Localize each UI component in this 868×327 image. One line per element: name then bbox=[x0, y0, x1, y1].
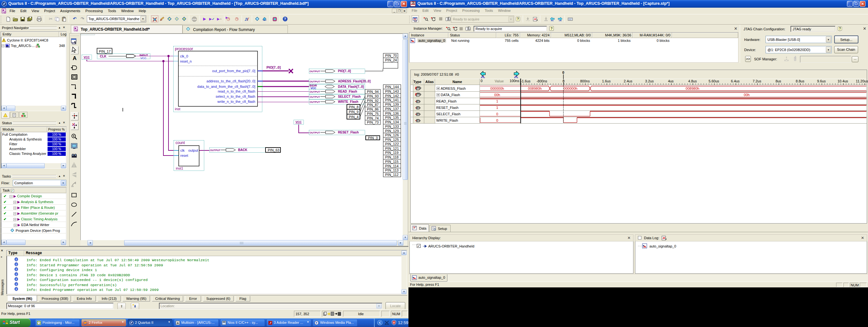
svg-text:PIN_86: PIN_86 bbox=[367, 107, 379, 111]
svg-text:PIN_137: PIN_137 bbox=[385, 107, 399, 111]
svg-text:2.4us: 2.4us bbox=[624, 79, 632, 83]
svg-text:PIN_94: PIN_94 bbox=[367, 90, 379, 94]
svg-text:00h: 00h bbox=[744, 93, 750, 97]
svg-text:PIN_8: PIN_8 bbox=[349, 105, 359, 109]
svg-text:RESET_Flash: RESET_Flash bbox=[338, 130, 359, 134]
svg-text:PIN_4: PIN_4 bbox=[349, 115, 359, 119]
svg-text:STOP: STOP bbox=[192, 19, 196, 21]
svg-text:PIN_121: PIN_121 bbox=[385, 147, 399, 150]
svg-text:inst: inst bbox=[175, 107, 180, 111]
svg-text:Type: Type bbox=[413, 80, 422, 84]
svg-text:DATA_Flash[7..0]: DATA_Flash[7..0] bbox=[338, 85, 364, 88]
svg-text:PIN_92: PIN_92 bbox=[367, 99, 379, 102]
svg-text:PIN_118: PIN_118 bbox=[385, 155, 399, 159]
svg-text:VCC: VCC bbox=[296, 120, 302, 124]
svg-text:SELECT_Flash: SELECT_Flash bbox=[338, 95, 361, 98]
svg-text:?: ? bbox=[517, 17, 519, 21]
svg-text:PIN_9: PIN_9 bbox=[349, 110, 359, 114]
svg-text:PIN_3: PIN_3 bbox=[368, 136, 378, 140]
svg-text:clk: clk bbox=[180, 148, 185, 152]
svg-text:write_n_to_the_cfi_flash: write_n_to_the_cfi_flash bbox=[217, 100, 255, 103]
svg-text:PIN_136: PIN_136 bbox=[385, 112, 399, 115]
svg-text:9.6us: 9.6us bbox=[817, 79, 826, 83]
svg-text:-1.6us: -1.6us bbox=[521, 79, 531, 83]
svg-text:8.8us: 8.8us bbox=[796, 79, 805, 83]
svg-text:SELECT_Flash: SELECT_Flash bbox=[436, 112, 461, 116]
svg-text:Value: Value bbox=[495, 79, 504, 83]
svg-text:VCC: VCC bbox=[141, 57, 147, 60]
svg-text:PIN_125: PIN_125 bbox=[385, 138, 399, 142]
svg-text:PIN_114: PIN_114 bbox=[385, 164, 399, 168]
svg-text:PIN_74: PIN_74 bbox=[367, 116, 379, 120]
svg-text:10: 10 bbox=[417, 94, 419, 96]
svg-text:log: 2009/07/07 12:51:08 #0: log: 2009/07/07 12:51:08 #0 bbox=[414, 72, 459, 76]
svg-text:inst1: inst1 bbox=[176, 167, 183, 170]
svg-text:ADRESS_Flash[20..0]: ADRESS_Flash[20..0] bbox=[338, 80, 371, 83]
svg-text:PIN_112: PIN_112 bbox=[385, 173, 399, 177]
svg-text:WRITE_Flash: WRITE_Flash bbox=[436, 118, 458, 122]
svg-text:select_n_to_the_cfi_flash: select_n_to_the_cfi_flash bbox=[216, 94, 255, 98]
svg-text:output: output bbox=[188, 148, 198, 152]
svg-text:PIN_24: PIN_24 bbox=[385, 58, 397, 62]
svg-text:PIN_142: PIN_142 bbox=[385, 94, 399, 98]
svg-text:PIN_73: PIN_73 bbox=[367, 120, 379, 124]
svg-text:PIN_119: PIN_119 bbox=[385, 151, 399, 154]
svg-text:OUTPUT: OUTPUT bbox=[310, 70, 320, 73]
svg-text:3.2us: 3.2us bbox=[645, 79, 654, 83]
svg-text:008980h: 008980h bbox=[528, 87, 542, 90]
svg-text:PIN_115: PIN_115 bbox=[385, 160, 399, 164]
svg-text:OUTPUT: OUTPUT bbox=[310, 131, 320, 134]
svg-text:V: V bbox=[393, 321, 395, 324]
svg-text:address_to_the_cfi_flash[20..0: address_to_the_cfi_flash[20..0] bbox=[207, 79, 255, 83]
svg-text:WRITE_Flash: WRITE_Flash bbox=[338, 100, 359, 103]
svg-text:800ns: 800ns bbox=[580, 79, 590, 83]
svg-text:reset: reset bbox=[180, 154, 188, 157]
svg-text:PIN_126: PIN_126 bbox=[385, 133, 399, 137]
svg-text:read_n_to_the_cfi_flash: read_n_to_the_cfi_flash bbox=[218, 89, 255, 93]
svg-text:PIN_139: PIN_139 bbox=[385, 102, 399, 106]
svg-text:0: 0 bbox=[496, 118, 498, 122]
svg-text:PIN_63: PIN_63 bbox=[268, 148, 280, 152]
svg-text:1: 1 bbox=[496, 99, 498, 103]
svg-text:ADRESS_Flash: ADRESS_Flash bbox=[441, 87, 466, 90]
svg-text:clk_0: clk_0 bbox=[180, 54, 188, 58]
svg-text:0: 0 bbox=[496, 112, 498, 116]
svg-text:4us: 4us bbox=[668, 79, 674, 83]
svg-text:PIN_113: PIN_113 bbox=[385, 168, 399, 172]
svg-text:READ_Flash: READ_Flash bbox=[338, 90, 357, 93]
svg-text:11.20us: 11.20us bbox=[856, 79, 868, 83]
svg-text:7.2us: 7.2us bbox=[753, 79, 762, 83]
svg-text:1.6us: 1.6us bbox=[602, 79, 611, 83]
svg-text:8us: 8us bbox=[775, 79, 781, 83]
svg-text:!: ! bbox=[3, 39, 4, 42]
svg-text:data_to_and_from_the_cfi_flash: data_to_and_from_the_cfi_flash[7..0] bbox=[197, 85, 255, 88]
svg-text:PIN_144: PIN_144 bbox=[385, 85, 399, 89]
svg-text:PIN_135: PIN_135 bbox=[385, 116, 399, 119]
svg-text:VCC: VCC bbox=[84, 56, 90, 59]
svg-text:OUTPUT: OUTPUT bbox=[310, 80, 320, 83]
svg-text:OUTPUT: OUTPUT bbox=[210, 149, 220, 152]
svg-text:6.4us: 6.4us bbox=[731, 79, 740, 83]
svg-text:CLK: CLK bbox=[100, 55, 106, 58]
svg-text:PIN_70: PIN_70 bbox=[385, 54, 397, 58]
svg-text:?: ? bbox=[551, 27, 552, 30]
svg-text:BDF: BDF bbox=[6, 46, 9, 48]
svg-text:count: count bbox=[176, 141, 185, 145]
svg-text:PIN_17: PIN_17 bbox=[99, 50, 111, 53]
svg-text:OUTPUT: OUTPUT bbox=[310, 100, 320, 103]
svg-text:5.60us: 5.60us bbox=[708, 79, 719, 83]
svg-text:processor: processor bbox=[175, 46, 193, 51]
svg-text:000000h: 000000h bbox=[491, 87, 504, 90]
svg-text:0: 0 bbox=[562, 70, 564, 75]
svg-text:RESET_Flash: RESET_Flash bbox=[436, 106, 459, 110]
svg-text:PIN_93: PIN_93 bbox=[367, 94, 379, 98]
svg-text:000000h: 000000h bbox=[564, 87, 578, 90]
svg-text:1: 1 bbox=[496, 106, 498, 110]
svg-text:READ_Flash: READ_Flash bbox=[436, 99, 457, 103]
svg-text:0: 0 bbox=[480, 79, 483, 83]
svg-text:PIN_87: PIN_87 bbox=[367, 103, 379, 107]
svg-text:008980h: 008980h bbox=[686, 87, 700, 90]
svg-text:00h: 00h bbox=[494, 93, 500, 97]
svg-text:PIN_141: PIN_141 bbox=[385, 98, 399, 102]
svg-text:BACK: BACK bbox=[238, 148, 248, 152]
